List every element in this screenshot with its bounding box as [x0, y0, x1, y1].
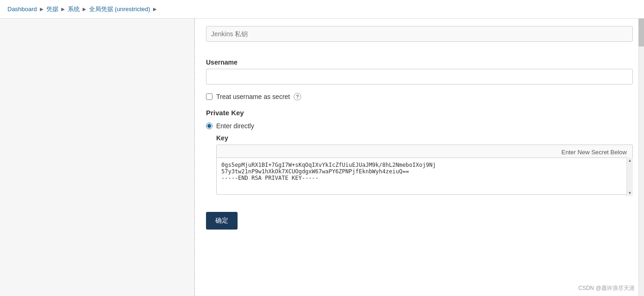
username-label: Username: [206, 59, 633, 66]
main-scrollbar-thumb[interactable]: [638, 19, 644, 46]
confirm-button[interactable]: 确定: [206, 212, 238, 230]
textarea-scrollbar: ▲ ▼: [626, 158, 633, 196]
breadcrumb-sep-3: ▶: [83, 7, 86, 12]
left-panel: [0, 19, 195, 296]
treat-username-help-icon[interactable]: ?: [294, 93, 301, 100]
jenkins-key-group: [206, 26, 633, 50]
key-textarea[interactable]: 0gs5epMjuRX1BI+7GgI7W+sKqOqIXvYkIcZfUiuE…: [216, 158, 633, 195]
private-key-title: Private Key: [206, 109, 633, 117]
enter-directly-row: Enter directly: [206, 122, 633, 130]
enter-directly-label: Enter directly: [216, 122, 254, 130]
breadcrumb-global[interactable]: 全局凭据 (unrestricted): [89, 5, 150, 13]
breadcrumb-dashboard[interactable]: Dashboard: [7, 6, 37, 13]
key-textarea-wrapper: Enter New Secret Below 0gs5epMjuRX1BI+7G…: [216, 145, 633, 196]
jenkins-key-input[interactable]: [206, 26, 633, 42]
treat-username-label: Treat username as secret: [216, 93, 290, 100]
form-area: Username Treat username as secret ? Priv…: [195, 19, 644, 296]
breadcrumb-sep-4: ▶: [153, 7, 157, 12]
breadcrumb-credentials[interactable]: 凭据: [46, 5, 58, 13]
key-textarea-container: 0gs5epMjuRX1BI+7GgI7W+sKqOqIXvYkIcZfUiuE…: [216, 158, 633, 196]
breadcrumb-system[interactable]: 系统: [68, 5, 80, 13]
breadcrumb-sep-2: ▶: [61, 7, 65, 12]
main-content: Username Treat username as secret ? Priv…: [0, 19, 644, 296]
treat-username-row: Treat username as secret ?: [206, 93, 633, 100]
treat-username-checkbox[interactable]: [206, 93, 213, 100]
main-scrollbar-track[interactable]: [638, 19, 644, 296]
username-input[interactable]: [206, 69, 633, 85]
username-group: Username: [206, 59, 633, 85]
key-label: Key: [216, 134, 633, 142]
enter-directly-radio[interactable]: [206, 123, 213, 129]
breadcrumb: Dashboard ▶ 凭据 ▶ 系统 ▶ 全局凭据 (unrestricted…: [0, 0, 644, 19]
textarea-scroll-down[interactable]: ▼: [627, 190, 633, 196]
watermark: CSDN @愿许浪尽天涯: [578, 284, 635, 292]
textarea-scroll-up[interactable]: ▲: [627, 158, 633, 164]
private-key-group: Private Key Enter directly Key Enter New…: [206, 109, 633, 196]
enter-new-secret-banner: Enter New Secret Below: [216, 145, 633, 158]
breadcrumb-sep-1: ▶: [40, 7, 44, 12]
